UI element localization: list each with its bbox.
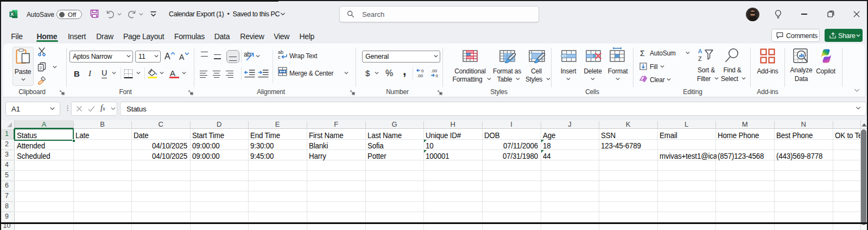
svg-text:.00: .00	[431, 69, 438, 73]
svg-text:c: c	[278, 54, 281, 60]
svg-text:0: 0	[421, 69, 424, 73]
svg-text:.00: .00	[417, 73, 423, 78]
svg-text:0: 0	[436, 73, 439, 78]
svg-text:A: A	[698, 48, 702, 54]
svg-text:X: X	[10, 11, 14, 17]
svg-text:Z: Z	[698, 55, 702, 62]
